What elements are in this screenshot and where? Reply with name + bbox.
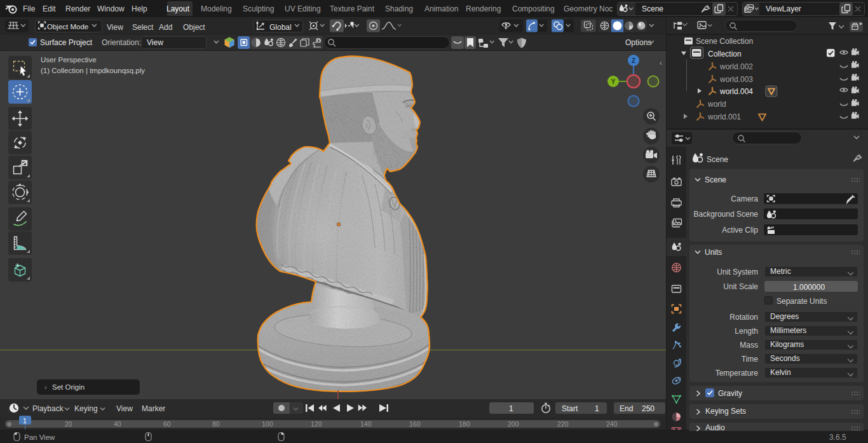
svg-text:Y: Y (611, 78, 616, 85)
svg-text:world.003: world.003 (719, 75, 753, 84)
svg-text:world: world (707, 100, 726, 109)
svg-text:world.001: world.001 (707, 112, 741, 121)
svg-text:Z: Z (632, 57, 635, 64)
svg-text:world.004: world.004 (719, 87, 753, 96)
svg-text:world.002: world.002 (719, 62, 753, 71)
svg-text:Collection: Collection (708, 50, 742, 58)
svg-text:Scene Collection: Scene Collection (696, 37, 753, 46)
